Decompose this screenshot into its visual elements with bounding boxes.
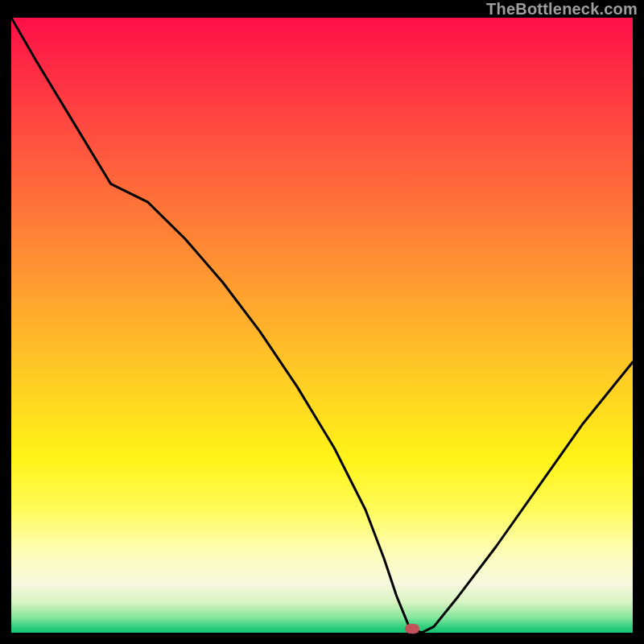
optimum-marker — [405, 624, 419, 634]
bottleneck-curve — [11, 18, 633, 633]
plot-area — [11, 18, 633, 633]
chart-frame: TheBottleneck.com — [0, 0, 644, 644]
watermark-text: TheBottleneck.com — [486, 0, 638, 19]
